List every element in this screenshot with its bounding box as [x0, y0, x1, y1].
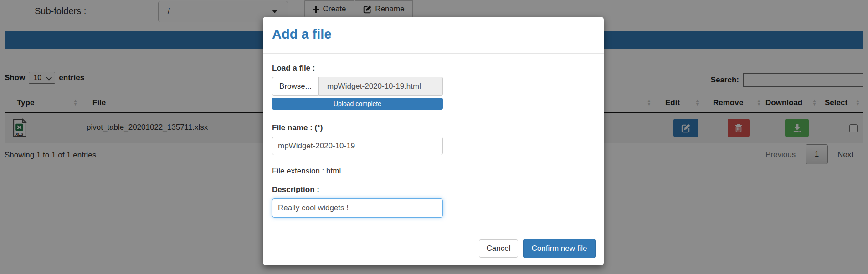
file-name-label: File name : (*)	[272, 123, 595, 132]
description-value: Really cool widgets !	[278, 203, 349, 213]
file-extension-text: File extension : html	[272, 167, 595, 176]
upload-progress-bar: Upload complete	[272, 98, 443, 110]
add-file-modal: Add a file Load a file : Browse... mpWid…	[263, 17, 604, 265]
modal-body: Load a file : Browse... mpWidget-2020-10…	[263, 54, 604, 231]
modal-title: Add a file	[272, 27, 595, 42]
load-file-label: Load a file :	[272, 64, 315, 72]
file-name-input[interactable]	[272, 137, 443, 155]
text-caret	[349, 203, 350, 213]
modal-footer: Cancel Confirm new file	[263, 231, 604, 265]
description-label: Description :	[272, 185, 595, 194]
browse-button[interactable]: Browse...	[272, 77, 319, 96]
file-upload-group: Browse... mpWidget-2020-10-19.html	[272, 77, 443, 96]
uploaded-filename-field[interactable]: mpWidget-2020-10-19.html	[319, 77, 443, 96]
cancel-button[interactable]: Cancel	[479, 239, 518, 258]
upload-status-text: Upload complete	[334, 100, 381, 107]
confirm-new-file-button[interactable]: Confirm new file	[523, 239, 596, 258]
modal-header: Add a file	[263, 17, 604, 54]
description-input[interactable]: Really cool widgets !	[272, 198, 443, 218]
file-manager-page: Sub-folders : / Create Rename Show 10	[0, 0, 868, 274]
